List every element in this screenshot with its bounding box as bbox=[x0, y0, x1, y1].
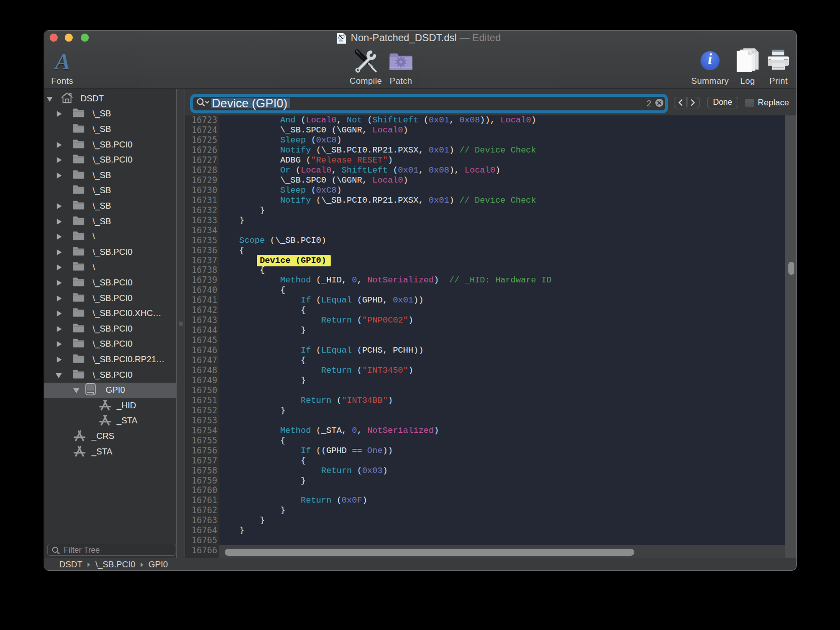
svg-text:DSL: DSL bbox=[339, 40, 344, 43]
